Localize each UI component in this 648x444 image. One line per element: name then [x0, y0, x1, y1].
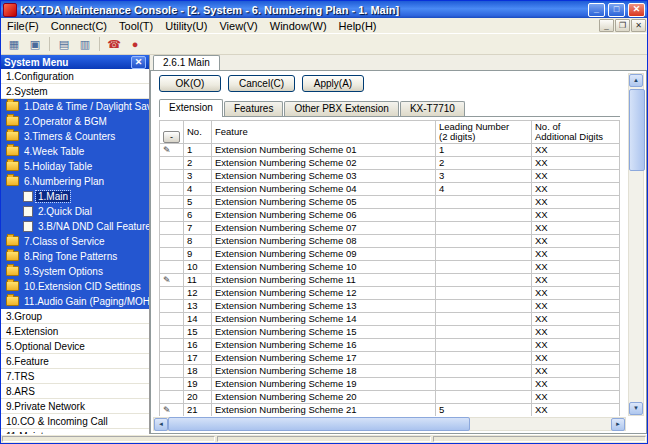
ok-button[interactable]: OK(O)	[159, 75, 221, 92]
row-edit-cell[interactable]	[160, 391, 184, 404]
sidebar-item-2-operator-bgm[interactable]: 2.Operator & BGM	[1, 114, 149, 129]
row-edit-cell[interactable]	[160, 248, 184, 261]
sidebar-close-icon[interactable]: ✕	[131, 56, 146, 69]
leading-number-cell[interactable]	[436, 300, 532, 313]
sidebar-item-10-extension-cid-settings[interactable]: 10.Extension CID Settings	[1, 279, 149, 294]
sidebar-item-4-week-table[interactable]: 4.Week Table	[1, 144, 149, 159]
sidebar-item-3-timers-counters[interactable]: 3.Timers & Counters	[1, 129, 149, 144]
leading-number-cell[interactable]: 1	[436, 144, 532, 157]
additional-digits-cell[interactable]: XX	[532, 274, 620, 287]
row-edit-cell[interactable]	[160, 326, 184, 339]
row-edit-cell[interactable]	[160, 235, 184, 248]
leading-number-cell[interactable]: 2	[436, 157, 532, 170]
monitor-icon[interactable]: ▣	[26, 37, 44, 52]
apply-button[interactable]: Apply(A)	[302, 75, 364, 92]
sidebar-item-6-numbering-plan[interactable]: 6.Numbering Plan	[1, 174, 149, 189]
leading-number-cell[interactable]: 4	[436, 183, 532, 196]
additional-digits-cell[interactable]: XX	[532, 300, 620, 313]
additional-digits-cell[interactable]: XX	[532, 183, 620, 196]
menu-item-view[interactable]: View(V)	[213, 20, 263, 32]
additional-digits-cell[interactable]: XX	[532, 170, 620, 183]
sidebar-item-5-optional-device[interactable]: 5.Optional Device	[1, 339, 149, 354]
leading-number-cell[interactable]	[436, 209, 532, 222]
additional-digits-cell[interactable]: XX	[532, 326, 620, 339]
tab-features[interactable]: Features	[224, 101, 283, 116]
leading-number-cell[interactable]	[436, 326, 532, 339]
sidebar-item-4-extension[interactable]: 4.Extension	[1, 324, 149, 339]
additional-digits-cell[interactable]: XX	[532, 248, 620, 261]
scroll-right-icon[interactable]: ►	[611, 418, 625, 431]
sidebar-item-8-ars[interactable]: 8.ARS	[1, 384, 149, 399]
leading-number-cell[interactable]	[436, 235, 532, 248]
leading-number-cell[interactable]	[436, 261, 532, 274]
row-edit-cell[interactable]	[160, 378, 184, 391]
additional-digits-cell[interactable]: XX	[532, 287, 620, 300]
title-bar[interactable]: KX-TDA Maintenance Console - [2. System …	[1, 1, 647, 18]
row-edit-cell[interactable]	[160, 313, 184, 326]
leading-number-cell[interactable]	[436, 391, 532, 404]
leading-number-cell[interactable]: 5	[436, 404, 532, 417]
tab-extension[interactable]: Extension	[159, 99, 223, 117]
vertical-scrollbar[interactable]: ▲ ▼	[628, 73, 644, 416]
vertical-scroll-thumb[interactable]	[629, 89, 645, 171]
mdi-close-icon[interactable]: ✕	[631, 19, 646, 32]
additional-digits-cell[interactable]: XX	[532, 339, 620, 352]
additional-digits-cell[interactable]: XX	[532, 235, 620, 248]
sidebar-item-2-quick-dial[interactable]: 2.Quick Dial	[1, 204, 149, 219]
additional-digits-cell[interactable]: XX	[532, 144, 620, 157]
close-icon[interactable]: ✕	[628, 3, 645, 17]
leading-number-cell[interactable]	[436, 352, 532, 365]
horizontal-scrollbar[interactable]: ◄ ►	[153, 417, 626, 431]
row-edit-cell[interactable]: ✎	[160, 274, 184, 287]
row-edit-cell[interactable]	[160, 339, 184, 352]
leading-number-cell[interactable]	[436, 339, 532, 352]
leading-number-cell[interactable]	[436, 274, 532, 287]
menu-item-window[interactable]: Window(W)	[264, 20, 333, 32]
sidebar-item-6-feature[interactable]: 6.Feature	[1, 354, 149, 369]
sidebar-item-1-date-time-daylight-saving[interactable]: 1.Date & Time / Daylight Saving	[1, 99, 149, 114]
leading-number-cell[interactable]	[436, 196, 532, 209]
sidebar-item-3-b-na-dnd-call-feature[interactable]: 3.B/NA DND Call Feature	[1, 219, 149, 234]
leading-number-cell[interactable]	[436, 287, 532, 300]
sidebar-item-9-system-options[interactable]: 9.System Options	[1, 264, 149, 279]
menu-item-utility[interactable]: Utility(U)	[159, 20, 213, 32]
pbx-icon[interactable]: ▦	[5, 37, 23, 52]
leading-number-cell[interactable]	[436, 313, 532, 326]
tab-other-pbx-extension[interactable]: Other PBX Extension	[284, 101, 399, 116]
additional-digits-cell[interactable]: XX	[532, 391, 620, 404]
menu-item-connect[interactable]: Connect(C)	[45, 20, 113, 32]
additional-digits-cell[interactable]: XX	[532, 404, 620, 417]
sidebar-item-7-trs[interactable]: 7.TRS	[1, 369, 149, 384]
sidebar-item-1-configuration[interactable]: 1.Configuration	[1, 69, 149, 84]
row-edit-cell[interactable]: ✎	[160, 144, 184, 157]
sidebar-item-8-ring-tone-patterns[interactable]: 8.Ring Tone Patterns	[1, 249, 149, 264]
menu-item-file[interactable]: File(F)	[1, 20, 45, 32]
sidebar-item-9-private-network[interactable]: 9.Private Network	[1, 399, 149, 414]
phone-icon[interactable]: ☎	[105, 37, 123, 52]
sidebar-item-5-holiday-table[interactable]: 5.Holiday Table	[1, 159, 149, 174]
disk-icon[interactable]: ▤	[55, 37, 73, 52]
mdi-restore-icon[interactable]: ❐	[615, 19, 630, 32]
row-edit-cell[interactable]	[160, 261, 184, 274]
additional-digits-cell[interactable]: XX	[532, 378, 620, 391]
cancel-button[interactable]: Cancel(C)	[228, 75, 295, 92]
row-edit-cell[interactable]	[160, 170, 184, 183]
row-edit-cell[interactable]	[160, 352, 184, 365]
folder-icon[interactable]: ▥	[76, 37, 94, 52]
leading-number-cell[interactable]	[436, 365, 532, 378]
sidebar-item-7-class-of-service[interactable]: 7.Class of Service	[1, 234, 149, 249]
row-edit-cell[interactable]	[160, 300, 184, 313]
menu-item-help[interactable]: Help(H)	[333, 20, 383, 32]
sidebar-item-10-co-incoming-call[interactable]: 10.CO & Incoming Call	[1, 414, 149, 429]
maximize-icon[interactable]: □	[608, 3, 625, 17]
row-edit-cell[interactable]	[160, 183, 184, 196]
row-edit-cell[interactable]	[160, 196, 184, 209]
mdi-minimize-icon[interactable]: _	[599, 19, 614, 32]
corner-button[interactable]: -	[163, 131, 180, 143]
row-edit-cell[interactable]	[160, 222, 184, 235]
profile-icon[interactable]: ●	[126, 37, 144, 52]
additional-digits-cell[interactable]: XX	[532, 196, 620, 209]
row-edit-cell[interactable]	[160, 157, 184, 170]
additional-digits-cell[interactable]: XX	[532, 352, 620, 365]
doc-tab[interactable]: 2.6.1 Main	[153, 55, 220, 70]
